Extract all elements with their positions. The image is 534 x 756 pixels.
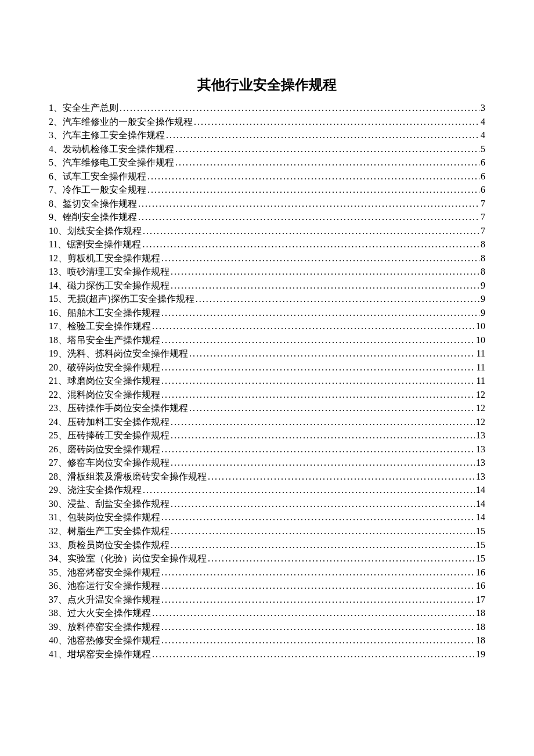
toc-leader-dots: ........................................… — [152, 606, 475, 620]
toc-entry-title: 冷作工一般安全规程 — [63, 183, 146, 197]
toc-entry-page: 14 — [476, 497, 485, 511]
toc-entry-number: 13、 — [49, 265, 67, 279]
toc-entry-title: 喷砂清理工安全操作规程 — [67, 265, 169, 279]
toc-entry-number: 29、 — [49, 483, 67, 497]
toc-leader-dots: ........................................… — [171, 279, 479, 293]
toc-entry-page: 15 — [476, 552, 485, 566]
toc-entry-number: 39、 — [49, 620, 67, 634]
toc-entry: 16、船舶木工安全操作规程...........................… — [49, 306, 485, 320]
toc-leader-dots: ........................................… — [208, 552, 475, 566]
toc-entry-page: 17 — [476, 593, 485, 607]
toc-leader-dots: ........................................… — [161, 620, 475, 634]
toc-leader-dots: ........................................… — [194, 115, 479, 129]
toc-entry: 25、压砖捧砖工安全操作规程..........................… — [49, 429, 485, 442]
toc-entry: 39、放料停窑安全操作规程...........................… — [49, 620, 485, 634]
toc-leader-dots: ........................................… — [166, 128, 479, 142]
toc-leader-dots: ........................................… — [196, 292, 479, 306]
toc-entry-title: 实验室（化验）岗位安全操作规程 — [67, 552, 207, 566]
toc-entry-title: 修窑车岗位安全操作规程 — [67, 456, 169, 470]
toc-entry: 20、破碎岗位安全操作规程...........................… — [49, 361, 485, 375]
toc-entry-number: 12、 — [49, 251, 67, 265]
toc-entry-number: 17、 — [49, 319, 67, 333]
toc-entry: 22、混料岗位安全操作规程...........................… — [49, 388, 485, 402]
toc-entry-number: 32、 — [49, 524, 67, 538]
toc-entry: 34、实验室（化验）岗位安全操作规程......................… — [49, 552, 485, 566]
toc-entry-number: 35、 — [49, 566, 67, 579]
toc-entry-page: 9 — [481, 292, 485, 306]
toc-entry: 27、修窑车岗位安全操作规程..........................… — [49, 456, 485, 470]
toc-leader-dots: ........................................… — [171, 265, 479, 279]
toc-entry-number: 30、 — [49, 497, 67, 511]
toc-entry-number: 20、 — [49, 361, 67, 375]
toc-entry: 6、试车工安全操作规程.............................… — [49, 170, 485, 183]
document-page: 其他行业安全操作规程 1、安全生产总则.....................… — [0, 0, 534, 696]
toc-entry-number: 22、 — [49, 388, 67, 402]
toc-entry-page: 13 — [476, 429, 485, 442]
toc-entry-title: 压砖加料工安全操作规程 — [67, 415, 169, 429]
toc-entry-page: 10 — [476, 333, 485, 347]
toc-entry: 15、无损(超声)探伤工安全操作规程......................… — [49, 292, 485, 306]
toc-leader-dots: ........................................… — [175, 156, 479, 170]
toc-leader-dots: ........................................… — [138, 210, 479, 224]
toc-entry-number: 36、 — [49, 579, 67, 593]
toc-entry: 4、发动机检修工安全操作规程..........................… — [49, 142, 485, 156]
toc-entry-title: 锉削安全操作规程 — [63, 210, 137, 224]
toc-entry-number: 14、 — [49, 279, 67, 293]
toc-entry-page: 16 — [476, 579, 485, 593]
toc-entry-page: 8 — [481, 265, 485, 279]
toc-entry: 23、压砖操作手岗位安全操作规程........................… — [49, 401, 485, 415]
toc-leader-dots: ........................................… — [189, 401, 475, 415]
toc-entry-number: 8、 — [49, 197, 63, 211]
toc-entry-page: 14 — [476, 483, 485, 497]
toc-entry-title: 汽车维修业的一般安全操作规程 — [63, 115, 193, 129]
toc-entry: 37、点火升温安全操作规程...........................… — [49, 593, 485, 607]
toc-entry-page: 18 — [476, 606, 485, 620]
toc-entry-title: 划线安全操作规程 — [67, 224, 142, 238]
toc-entry-number: 5、 — [49, 156, 63, 170]
toc-entry-title: 锯割安全操作规程 — [67, 237, 141, 251]
toc-entry-number: 25、 — [49, 429, 67, 442]
toc-entry: 40、池窑热修安全操作规程...........................… — [49, 633, 485, 647]
toc-entry-page: 19 — [476, 647, 485, 661]
toc-entry: 14、磁力探伤工安全操作规程..........................… — [49, 279, 485, 293]
toc-leader-dots: ........................................… — [171, 456, 475, 470]
toc-entry-title: 树脂生产工安全操作规程 — [67, 524, 169, 538]
toc-entry-page: 12 — [476, 388, 485, 402]
toc-entry: 36、池窑运行安全操作规程...........................… — [49, 579, 485, 593]
toc-entry-page: 10 — [476, 319, 485, 333]
toc-leader-dots: ........................................… — [142, 237, 479, 251]
toc-entry-number: 7、 — [49, 183, 63, 197]
toc-entry-page: 6 — [481, 183, 485, 197]
toc-entry-number: 23、 — [49, 401, 67, 415]
toc-leader-dots: ........................................… — [161, 633, 475, 647]
toc-entry-title: 质检员岗位安全操作规程 — [67, 538, 169, 552]
toc-entry-page: 8 — [481, 251, 485, 265]
toc-entry-title: 压砖捧砖工安全操作规程 — [67, 429, 169, 442]
toc-entry-page: 11 — [477, 347, 485, 361]
toc-entry-title: 汽车维修电工安全操作规程 — [63, 156, 174, 170]
toc-entry: 30、浸盐、刮盐安全操作规程..........................… — [49, 497, 485, 511]
toc-entry-page: 13 — [476, 470, 485, 484]
toc-entry-title: 磨砖岗位安全操作规程 — [67, 442, 160, 456]
toc-leader-dots: ........................................… — [161, 374, 475, 388]
toc-entry-page: 8 — [481, 237, 485, 251]
toc-leader-dots: ........................................… — [161, 333, 475, 347]
toc-entry-page: 6 — [481, 156, 485, 170]
toc-entry-number: 33、 — [49, 538, 67, 552]
toc-leader-dots: ........................................… — [161, 442, 475, 456]
toc-entry-page: 13 — [476, 442, 485, 456]
toc-entry: 35、池窑烤窑安全操作规程...........................… — [49, 566, 485, 579]
toc-entry-title: 剪板机工安全操作规程 — [67, 251, 160, 265]
toc-entry: 21、球磨岗位安全操作规程...........................… — [49, 374, 485, 388]
toc-leader-dots: ........................................… — [120, 101, 479, 115]
toc-entry-title: 池窑运行安全操作规程 — [67, 579, 160, 593]
toc-entry-title: 安全生产总则 — [63, 101, 118, 115]
toc-entry: 5、汽车维修电工安全操作规程..........................… — [49, 156, 485, 170]
toc-leader-dots: ........................................… — [175, 142, 479, 156]
toc-entry: 18、塔吊安全生产操作规程...........................… — [49, 333, 485, 347]
toc-entry-number: 2、 — [49, 115, 63, 129]
toc-entry: 29、浇注安全操作规程.............................… — [49, 483, 485, 497]
toc-entry-page: 6 — [481, 170, 485, 183]
toc-entry: 31、包装岗位安全操作规程...........................… — [49, 510, 485, 524]
toc-entry: 41、坩埚窑安全操作规程............................… — [49, 647, 485, 661]
